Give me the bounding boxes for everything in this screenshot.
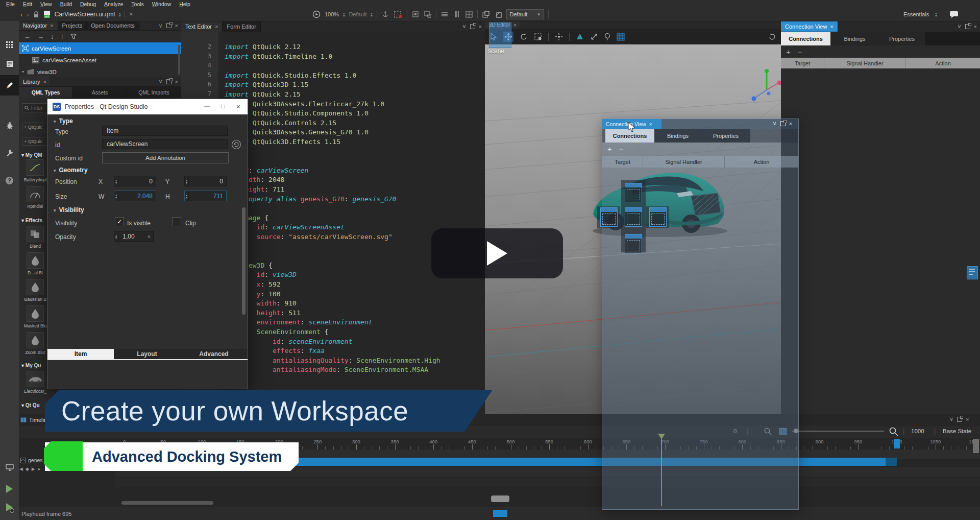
- y-spinbox[interactable]: ▴▾0: [184, 176, 227, 186]
- dialog-scrollbar[interactable]: [242, 207, 246, 315]
- timeline-zoom-slider[interactable]: [792, 431, 884, 432]
- tree-item-carviewscreenasset[interactable]: carViewScreenAsset: [19, 54, 181, 66]
- forward-icon[interactable]: ›: [27, 11, 29, 18]
- library-section-header[interactable]: ▾ Effects: [21, 218, 42, 223]
- columns-icon[interactable]: [440, 10, 449, 18]
- clip-checkbox[interactable]: [172, 217, 181, 226]
- move-left-icon[interactable]: ←: [24, 33, 31, 40]
- tab-properties[interactable]: Properties: [879, 32, 925, 45]
- width-spinbox[interactable]: ▴▾2.048: [114, 191, 156, 201]
- dock-drop-right-icon[interactable]: [649, 207, 667, 227]
- back-icon[interactable]: ‹: [20, 11, 22, 18]
- feedback-chat-icon[interactable]: [949, 11, 959, 18]
- column-signal-handler[interactable]: Signal Handler: [643, 156, 725, 168]
- docked-tool-icon[interactable]: [967, 266, 978, 279]
- opacity-spinbox[interactable]: ▴▾1,00∨: [114, 231, 154, 242]
- tab-projects[interactable]: Projects: [58, 21, 87, 30]
- snapping-icon[interactable]: [394, 10, 403, 18]
- menu-build[interactable]: Build: [60, 1, 72, 7]
- column-target[interactable]: Target: [781, 58, 824, 68]
- help-mode-icon[interactable]: ?: [0, 172, 19, 188]
- reset-id-icon[interactable]: [231, 139, 241, 150]
- next-keyframe-icon[interactable]: ▶: [32, 466, 35, 471]
- dock-drop-bottom-icon[interactable]: [625, 234, 642, 253]
- tab-qml-types[interactable]: QML Types: [19, 87, 73, 98]
- code-line[interactable]: property alias genesis_G70: genesis_G70: [225, 195, 397, 203]
- code-line[interactable]: antialiasingMode: SceneEnvironment.MSAA: [225, 366, 428, 373]
- code-line[interactable]: import QtQuick.Timeline 1.0: [225, 53, 332, 60]
- popout-icon[interactable]: [166, 23, 172, 28]
- document-stepper[interactable]: ▴▾: [119, 12, 120, 17]
- zoom-in-icon[interactable]: [889, 427, 898, 436]
- style-preset[interactable]: Default: [349, 11, 366, 17]
- dock-drop-top-icon[interactable]: [625, 183, 642, 202]
- move-right-icon[interactable]: →: [37, 33, 44, 40]
- bounds-icon[interactable]: [411, 10, 420, 18]
- close-icon[interactable]: ×: [974, 23, 977, 30]
- chevron-down-icon[interactable]: ∨: [159, 78, 163, 85]
- send-backward-icon[interactable]: [494, 10, 502, 18]
- end-frame-field[interactable]: 1000: [911, 428, 924, 434]
- state-selector[interactable]: Default▼: [506, 9, 545, 19]
- splitter-handle[interactable]: [491, 495, 509, 502]
- record-icon[interactable]: ●: [38, 467, 40, 471]
- projects-tools-icon[interactable]: [0, 145, 19, 161]
- is-visible-checkbox[interactable]: ✓: [115, 217, 124, 226]
- keyframe-controls[interactable]: ◀ ◆ ▶ ●: [19, 466, 40, 471]
- track-row-genesis[interactable]: genes...: [20, 457, 47, 463]
- lock-icon[interactable]: [33, 11, 39, 18]
- debug-run-icon[interactable]: [0, 499, 19, 515]
- tab-connection-view[interactable]: Connection View×: [781, 21, 838, 32]
- tab-layout[interactable]: Layout: [114, 349, 180, 359]
- maximize-icon[interactable]: □: [222, 103, 225, 111]
- reset-view-icon[interactable]: [768, 33, 776, 40]
- grid-layout-icon[interactable]: [465, 10, 473, 18]
- tab-open-documents[interactable]: Open Documents: [87, 21, 139, 30]
- fit-selected-icon[interactable]: [555, 33, 563, 41]
- edit-light-icon[interactable]: [604, 33, 610, 41]
- tab-form-editor[interactable]: Form Editor: [223, 21, 260, 32]
- close-icon[interactable]: ×: [43, 79, 46, 85]
- filter-icon[interactable]: [70, 34, 77, 39]
- zoom-level[interactable]: 100%: [325, 11, 339, 17]
- add-connection-button[interactable]: +: [607, 145, 612, 153]
- code-line[interactable]: import Quick3DAssets.Electriccar_27k 1.0: [225, 100, 384, 108]
- library-component-rpmdial[interactable]: Rpmdial: [24, 186, 46, 209]
- height-spinbox[interactable]: ▴▾711: [184, 191, 227, 201]
- code-area[interactable]: import QtQuick 2.12import QtQuick.Timeli…: [225, 32, 485, 414]
- code-line[interactable]: import QtQuick 2.15: [225, 90, 301, 98]
- library-section-header[interactable]: ▾ My QM: [21, 152, 42, 158]
- move-up-icon[interactable]: ↑: [61, 33, 64, 40]
- bring-forward-icon[interactable]: [482, 10, 490, 18]
- debug-mode-icon[interactable]: [0, 117, 19, 133]
- merge-icon[interactable]: [424, 10, 432, 18]
- tab-qml-imports[interactable]: QML Imports: [127, 87, 181, 98]
- close-icon[interactable]: ×: [830, 23, 833, 30]
- tab-advanced[interactable]: Advanced: [180, 349, 248, 359]
- dialog-title-bar[interactable]: DS Properties - Qt Design Studio — □ ×: [47, 99, 248, 114]
- open-document-selector[interactable]: CarViewScreen.ui.qml: [55, 11, 115, 18]
- video-play-button[interactable]: [431, 228, 563, 278]
- close-icon[interactable]: ×: [479, 23, 482, 30]
- add-connection-button[interactable]: +: [786, 48, 791, 56]
- dock-drop-left-icon[interactable]: [600, 207, 618, 227]
- tab-assets[interactable]: Assets: [73, 87, 127, 98]
- code-line[interactable]: source: "assets/carViewScreen.svg": [225, 233, 393, 241]
- scrollbar[interactable]: [178, 45, 180, 75]
- code-line[interactable]: import QtQuick 2.12: [225, 43, 301, 51]
- menu-analyze[interactable]: Analyze: [104, 1, 123, 7]
- close-icon[interactable]: ×: [175, 22, 178, 29]
- add-annotation-button[interactable]: Add Annotation: [102, 152, 229, 163]
- zoom-stepper[interactable]: ▴▾: [343, 12, 345, 17]
- library-component-zoom-blur[interactable]: Zoom Blur: [24, 332, 46, 355]
- tab-connections[interactable]: Connections: [781, 32, 830, 45]
- library-component-batterydispla[interactable]: Batterydispla: [24, 159, 46, 182]
- tab-text-editor[interactable]: Text Editor×: [181, 21, 223, 32]
- id-field[interactable]: carViewScreen: [102, 139, 228, 149]
- library-import-row[interactable]: + QtQuic: [22, 123, 49, 131]
- menu-file[interactable]: File: [6, 1, 15, 7]
- live-preview-icon[interactable]: [312, 10, 321, 18]
- design-mode-icon[interactable]: [0, 75, 19, 96]
- scale-tool-icon[interactable]: [534, 33, 542, 41]
- menu-edit[interactable]: Edit: [23, 1, 32, 7]
